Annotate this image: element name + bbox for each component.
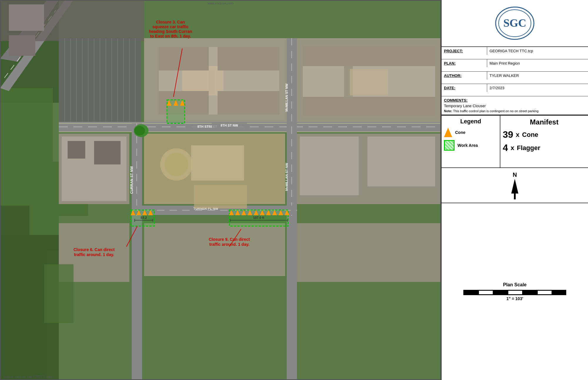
legend-cone-label: Cone: [455, 130, 465, 135]
svg-rect-82: [167, 100, 185, 123]
svg-marker-5: [0, 0, 59, 62]
svg-rect-83: [131, 210, 154, 226]
svg-text:Closure 9. Can direct: Closure 9. Can direct: [209, 237, 250, 242]
svg-marker-95: [235, 210, 240, 215]
comments-label: COMMENTS:: [444, 98, 539, 102]
svg-rect-59: [59, 134, 129, 204]
svg-text:CURRAN ST NW: CURRAN ST NW: [130, 166, 134, 194]
svg-point-80: [134, 126, 145, 135]
north-letter: N: [513, 171, 517, 178]
note-section: Note: This traffic control plan is conti…: [444, 109, 539, 113]
author-row: AUTHOR: TYLER WALKER: [442, 72, 588, 84]
svg-rect-32: [159, 91, 209, 115]
svg-rect-45: [188, 124, 226, 130]
svg-rect-10: [9, 35, 35, 56]
svg-marker-92: [142, 210, 147, 215]
svg-text:8TH ST NW: 8TH ST NW: [220, 124, 238, 127]
svg-rect-1: [0, 0, 59, 103]
scale-seg-2: [478, 290, 493, 295]
manifest-flagger-label: Flagger: [517, 144, 540, 152]
scale-seg-3: [493, 290, 507, 295]
svg-marker-6: [0, 0, 74, 91]
svg-rect-72: [132, 216, 142, 380]
north-section: N: [442, 168, 588, 203]
scale-seg-6: [537, 290, 552, 295]
project-info: PROJECT: GEORIGA TECH TTC.tcp PLAN: Main…: [442, 47, 588, 115]
svg-marker-87: [167, 100, 171, 106]
svg-rect-37: [353, 46, 435, 116]
svg-rect-25: [144, 38, 288, 123]
svg-text:traffic around. 1 day.: traffic around. 1 day.: [209, 242, 250, 247]
svg-marker-97: [248, 210, 252, 215]
svg-rect-62: [94, 141, 121, 164]
scale-label: 1" = 103': [506, 296, 523, 301]
note-label: Note:: [444, 109, 452, 113]
comments-section: COMMENTS: Temporary Lane Clouser Note: T…: [444, 98, 539, 113]
plan-label: PLAN:: [442, 59, 487, 67]
svg-line-104: [173, 48, 182, 97]
sgc-logo-svg: SGC: [494, 6, 535, 41]
right-panel: SGC PROJECT: GEORIGA TECH TTC.tcp PLAN: …: [441, 0, 588, 380]
svg-text:53.2: 53.2: [141, 216, 147, 219]
north-arrow: N: [511, 171, 518, 199]
legend-cone-item: Cone: [444, 128, 497, 137]
svg-rect-78: [44, 264, 74, 323]
svg-marker-102: [278, 210, 283, 215]
note-value: This traffic control plan is contingent …: [453, 109, 539, 113]
svg-rect-11: [59, 38, 141, 123]
svg-rect-69: [300, 137, 359, 195]
svg-rect-123: [0, 0, 441, 380]
svg-rect-76: [297, 223, 441, 282]
manifest-cone-count: 39: [503, 129, 513, 140]
scale-seg-1: [463, 290, 478, 295]
svg-rect-39: [303, 97, 435, 116]
legend-cone-icon: [444, 128, 452, 137]
date-label: DATE:: [442, 84, 487, 92]
svg-marker-100: [266, 210, 271, 215]
svg-rect-28: [159, 47, 279, 70]
svg-rect-2: [0, 88, 53, 235]
svg-marker-99: [260, 210, 265, 215]
svg-text:McMILLAN ST NW: McMILLAN ST NW: [285, 83, 288, 112]
svg-rect-34: [218, 91, 279, 115]
logo-area: SGC: [442, 0, 588, 47]
legend-workarea-icon: [444, 140, 455, 151]
svg-rect-73: [287, 216, 297, 380]
plan-value: Main Print Region: [487, 59, 588, 67]
svg-rect-3: [0, 206, 47, 380]
comments-value: Temporary Lane Clouser: [444, 104, 539, 108]
svg-text:heading South Curran: heading South Curran: [149, 29, 192, 34]
svg-rect-85: [229, 210, 288, 226]
svg-line-109: [126, 226, 137, 247]
svg-point-65: [165, 153, 188, 176]
svg-text:Closure 3. Can: Closure 3. Can: [156, 20, 185, 24]
plan-row: PLAN: Main Print Region: [442, 59, 588, 72]
svg-rect-63: [144, 134, 285, 204]
svg-rect-56: [132, 206, 297, 215]
legend-title: Legend: [444, 118, 497, 125]
scale-seg-4: [507, 290, 522, 295]
watermark: www.invarion.com: [208, 1, 234, 5]
svg-rect-81: [167, 100, 185, 123]
map-section: 8TH STREET 8TH ST NW CURRAN ST NW McMILL…: [0, 0, 441, 380]
svg-rect-49: [132, 123, 142, 380]
svg-rect-61: [68, 141, 85, 159]
project-value: GEORIGA TECH TTC.tcp: [487, 47, 588, 55]
svg-rect-30: [182, 66, 223, 95]
svg-rect-75: [144, 223, 285, 276]
svg-rect-26: [159, 47, 209, 115]
author-label: AUTHOR:: [442, 72, 487, 80]
svg-line-112: [229, 229, 241, 247]
svg-text:traffic around. 1 day.: traffic around. 1 day.: [74, 252, 114, 257]
svg-rect-9: [9, 4, 44, 31]
manifest-cone-label: Cone: [522, 131, 538, 139]
scale-seg-5: [522, 290, 537, 295]
north-arrow-base: [514, 194, 516, 199]
legend-workarea-label: Work Area: [457, 143, 478, 148]
svg-text:squeeze car traffic: squeeze car traffic: [153, 24, 189, 29]
date-value: 2/7/2023: [487, 84, 588, 92]
svg-rect-29: [159, 94, 279, 115]
author-value: TYLER WALKER: [487, 72, 588, 80]
svg-marker-101: [272, 210, 277, 215]
date-row: DATE: 2/7/2023: [442, 84, 588, 96]
